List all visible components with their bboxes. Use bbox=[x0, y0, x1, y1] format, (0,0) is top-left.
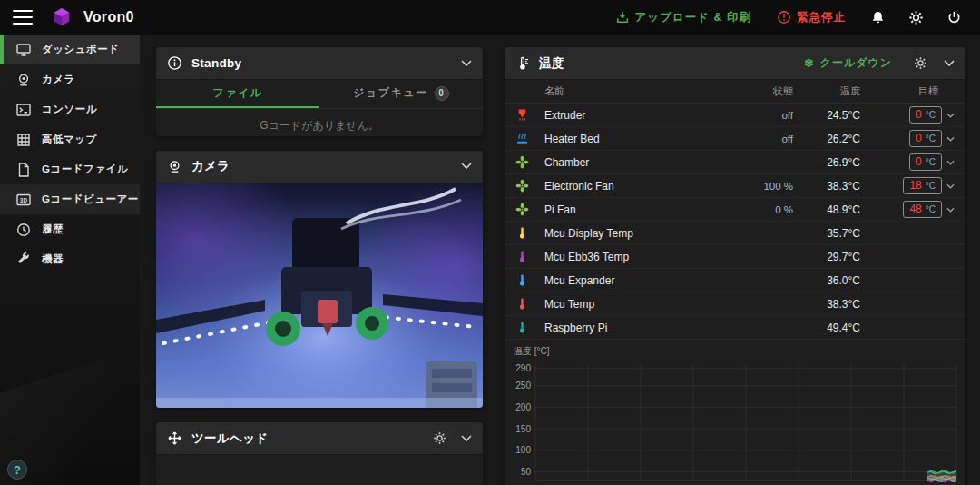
sensor-temp: 38.3°C bbox=[793, 180, 860, 193]
target-value: 18 bbox=[909, 179, 921, 192]
thermometer-icon bbox=[515, 250, 544, 263]
sidebar-item-label: ダッシュボード bbox=[42, 43, 120, 56]
status-panel: Standby ファイル ジョブキュー 0 Gコードがありません。 bbox=[156, 47, 483, 136]
tab-files[interactable]: ファイル bbox=[156, 80, 319, 108]
temp-row: Pi Fan0 %48.9°C48°C bbox=[505, 198, 965, 222]
target-temp-input[interactable]: 48°C bbox=[903, 201, 942, 218]
chevron-down-icon bbox=[944, 60, 955, 67]
svg-text:250: 250 bbox=[515, 381, 531, 391]
sensor-state: 100 % bbox=[733, 181, 793, 192]
chevron-down-icon[interactable] bbox=[946, 207, 955, 213]
thermometer-icon bbox=[515, 297, 544, 311]
target-unit: °C bbox=[926, 204, 936, 214]
camera-panel: カメラ bbox=[156, 151, 483, 408]
temp-row: Extruderoff24.5°C0°C bbox=[505, 104, 965, 127]
sensor-name: Mcu Expander bbox=[544, 274, 733, 287]
thermometer-icon bbox=[515, 273, 544, 287]
temp-row: Raspberry Pi49.4°C bbox=[505, 316, 965, 340]
target-temp-input[interactable]: 0°C bbox=[909, 106, 942, 124]
temp-row: Mcu Expander36.0°C bbox=[505, 269, 965, 292]
sensor-temp: 36.0°C bbox=[793, 274, 860, 287]
sidebar-item-gcode-viewer[interactable]: 3DGコードビューアー bbox=[0, 184, 140, 214]
sidebar-item-dashboard[interactable]: ダッシュボード bbox=[0, 35, 140, 64]
temperature-chart: 温度 [°C] 29025020015010050 bbox=[505, 340, 965, 485]
chevron-down-icon[interactable] bbox=[946, 113, 955, 118]
target-temp-input[interactable]: 18°C bbox=[903, 177, 942, 194]
menu-icon[interactable] bbox=[13, 10, 33, 25]
camera-title: カメラ bbox=[191, 158, 230, 174]
help-button[interactable]: ? bbox=[7, 460, 27, 480]
sensor-name: Mcu Temp bbox=[544, 298, 733, 311]
target-temp-input[interactable]: 0°C bbox=[909, 153, 942, 171]
sidebar-nav: ダッシュボードカメラコンソール高低マップGコードファイル3DGコードビューアー履… bbox=[0, 35, 140, 274]
collapse-button[interactable] bbox=[944, 60, 955, 67]
cooldown-button[interactable]: ❄ クールダウン bbox=[804, 55, 892, 71]
chevron-down-icon[interactable] bbox=[946, 136, 955, 142]
target-unit: °C bbox=[926, 110, 936, 120]
upload-print-button[interactable]: アップロード & 印刷 bbox=[608, 6, 759, 29]
sidebar-item-label: コンソール bbox=[42, 103, 97, 116]
upload-print-icon bbox=[615, 10, 630, 25]
fan-icon bbox=[515, 179, 544, 193]
chevron-down-icon[interactable] bbox=[946, 183, 955, 189]
gear-icon bbox=[433, 431, 446, 445]
sidebar-item-camera[interactable]: カメラ bbox=[0, 64, 140, 94]
sensor-temp: 35.7°C bbox=[793, 227, 860, 240]
svg-text:100: 100 bbox=[515, 445, 531, 455]
bed-icon bbox=[515, 132, 544, 145]
emergency-stop-button[interactable]: 緊急停止 bbox=[769, 6, 853, 29]
collapse-button[interactable] bbox=[461, 163, 472, 170]
collapse-button[interactable] bbox=[461, 435, 472, 442]
sensor-target-cell: 18°C bbox=[860, 177, 955, 194]
temperature-table-header: 名前 状態 温度 目標 bbox=[505, 80, 965, 104]
sensor-target-cell: 0°C bbox=[860, 153, 955, 171]
sensor-name: Electronic Fan bbox=[544, 180, 733, 193]
sensor-name: Pi Fan bbox=[544, 203, 733, 216]
sensor-temp: 26.9°C bbox=[793, 156, 860, 169]
temperature-settings-button[interactable] bbox=[914, 56, 927, 70]
tab-jobqueue[interactable]: ジョブキュー 0 bbox=[319, 80, 483, 108]
target-value: 48 bbox=[909, 203, 921, 215]
fan-icon bbox=[515, 203, 544, 216]
alert-icon bbox=[777, 10, 791, 25]
sidebar-item-label: カメラ bbox=[42, 73, 75, 86]
info-icon bbox=[167, 55, 182, 71]
sidebar-item-history[interactable]: 履歴 bbox=[0, 214, 140, 244]
app-title: Voron0 bbox=[83, 9, 134, 25]
target-temp-input[interactable]: 0°C bbox=[909, 130, 942, 147]
dashboard-icon bbox=[15, 42, 32, 58]
chevron-down-icon[interactable] bbox=[946, 160, 955, 165]
sensor-target-cell: 0°C bbox=[860, 130, 955, 147]
bell-icon bbox=[870, 10, 886, 25]
console-icon bbox=[15, 102, 32, 118]
voron-logo-icon bbox=[51, 6, 73, 28]
notifications-button[interactable] bbox=[864, 4, 891, 31]
power-button[interactable] bbox=[940, 4, 967, 31]
camera-icon bbox=[15, 72, 32, 88]
target-unit: °C bbox=[926, 157, 936, 167]
sensor-state: off bbox=[733, 134, 793, 144]
temperature-title: 温度 bbox=[539, 55, 564, 72]
svg-text:3D: 3D bbox=[19, 196, 27, 203]
sidebar-item-label: Gコードファイル bbox=[42, 163, 128, 176]
sidebar-item-machine[interactable]: 機器 bbox=[0, 244, 140, 274]
sensor-name: Mcu Display Temp bbox=[544, 227, 733, 240]
toolhead-icon bbox=[167, 431, 182, 446]
temperature-table: Extruderoff24.5°C0°CHeater Bedoff26.2°C0… bbox=[505, 104, 965, 340]
sidebar-item-console[interactable]: コンソール bbox=[0, 94, 140, 124]
topbar: Voron0 アップロード & 印刷 緊急停止 bbox=[0, 0, 980, 35]
settings-button[interactable] bbox=[902, 4, 929, 31]
sensor-name: Chamber bbox=[544, 156, 733, 169]
snowflake-icon: ❄ bbox=[804, 56, 815, 70]
webcam-scene bbox=[156, 183, 483, 408]
sidebar-item-heightmap[interactable]: 高低マップ bbox=[0, 124, 140, 154]
gcode-file-icon bbox=[15, 162, 32, 178]
collapse-button[interactable] bbox=[461, 60, 472, 67]
temperature-graph[interactable]: 29025020015010050 bbox=[510, 358, 960, 485]
toolhead-settings-button[interactable] bbox=[433, 431, 446, 445]
sensor-temp: 38.3°C bbox=[793, 298, 860, 311]
temp-row: Mcu Ebb36 Temp29.7°C bbox=[505, 245, 965, 269]
sensor-state: off bbox=[733, 110, 793, 121]
power-icon bbox=[946, 10, 962, 25]
sidebar-item-gcode-files[interactable]: Gコードファイル bbox=[0, 154, 140, 184]
